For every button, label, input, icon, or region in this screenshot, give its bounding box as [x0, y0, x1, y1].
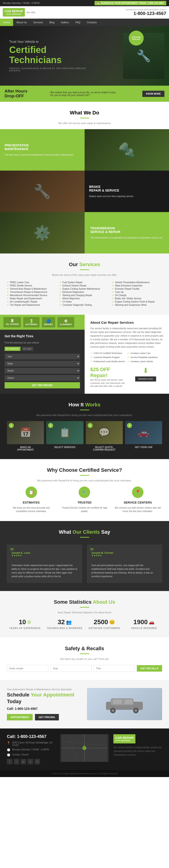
how-it-works-section: How It Works We partnered with RepairPal…	[0, 394, 169, 459]
facebook-btn[interactable]: f	[7, 759, 12, 765]
hero-title: CertifiedTechnicians	[9, 45, 90, 65]
clock-icon2: 🕐	[7, 753, 10, 756]
why-estimates: 📋 ESTIMATES We bring you the most accura…	[7, 487, 56, 513]
step3-label: SELECT QUOTE,CONFIRM REQUEST	[86, 446, 123, 451]
know-more-btn[interactable]: KNOW MORE	[142, 91, 164, 97]
google-btn[interactable]: g+	[21, 759, 26, 765]
stat-veh-wrap: 1900 🚗	[126, 618, 162, 626]
about-panel: About Car Repair Services Our service fa…	[84, 315, 169, 394]
stats-heading-wrap: Some Statistics About Us	[7, 599, 162, 605]
recalls-btn[interactable]: GET RECALLS	[137, 665, 162, 672]
linkedin-btn[interactable]: in	[34, 759, 40, 765]
nav-blog[interactable]: Blog	[46, 19, 58, 26]
tire-pricing-btn[interactable]: GET TIRE PRICING	[5, 382, 80, 389]
clients-what: What	[59, 529, 73, 535]
footer-logo: CAR REPAIR AUTO SERVICES	[113, 734, 135, 743]
tab-by-size[interactable]: BY SIZE	[22, 347, 33, 351]
pricing-btn[interactable]: GET PRICING	[35, 714, 59, 720]
model-select[interactable]: Model	[5, 368, 80, 374]
pinterest-btn[interactable]: p	[28, 759, 33, 765]
footer-hours1: 🕐 Monday-Saturday 7:00AM - 6:00PM	[7, 748, 56, 751]
nav-faq[interactable]: FAQ	[72, 19, 84, 26]
footer-phone[interactable]: Call: 1-800-123-4567	[7, 734, 56, 739]
estimates-icon: 📋	[26, 487, 37, 498]
redeem-btn[interactable]: REDEEM NOW	[135, 376, 156, 381]
tires-title: Get the Right Tires	[5, 334, 80, 338]
sidebar-alignment[interactable]: ⚙ ALIGNMENT	[58, 317, 74, 328]
schedule-phone-num: 1-800-123-4567	[15, 707, 38, 711]
nav-gallery[interactable]: Gallery	[58, 19, 72, 26]
stars-2: ★★★★★	[92, 554, 158, 557]
step1-label: MAKE ANAPPOINTMENT	[7, 446, 44, 451]
stat-years-wrap: 10 ⚙	[7, 618, 43, 626]
about-title: About Car Repair Services	[90, 320, 164, 324]
clients-divider	[80, 537, 89, 537]
sidebar-oil[interactable]: 🛢 OIL CHANGE	[3, 317, 21, 328]
model-input[interactable]	[7, 665, 48, 672]
check-icon: ✓	[59, 287, 61, 290]
service-brake: BRAKEREPAIR & SERVICE Brakes wear out ov…	[84, 170, 169, 212]
about-text: Our service facility is independently ow…	[90, 327, 164, 349]
why-service-centers: 📍 SERVICE CENTERS We connect you with se…	[113, 487, 162, 513]
feature-item: ✓ Courtesy Loaner Vehicle	[127, 360, 163, 363]
services-col1: ✓FREE Loaner Cars ✓FREE Shuttle Service …	[7, 281, 57, 307]
sidebar-batteries[interactable]: 🔋 BATTERIES	[23, 317, 39, 328]
alignment-icon: ⚙	[60, 319, 72, 323]
safety-section: Safety & Recalls Are there any recalls o…	[0, 638, 169, 680]
how-title: How It	[69, 402, 85, 407]
sidebar-brakes[interactable]: 🔵 BRAKES	[42, 317, 55, 328]
copyright-text: © 2017 Car Repair Website By RocketTheme…	[52, 772, 117, 775]
feature-item: ✓ 24-Hour Roadside Assistance	[127, 356, 163, 359]
nav-home[interactable]: Home	[0, 19, 13, 26]
nav-contacts[interactable]: Contacts	[84, 19, 100, 26]
feature-item: ✓ 2,500 A/S Certified Technicians	[90, 351, 127, 355]
tires-header: 🛢 OIL CHANGE 🔋 BATTERIES 🔵 BRAKES ⚙ ALIG…	[0, 315, 84, 330]
appointment-btn[interactable]: APPOINTMENT	[7, 714, 33, 720]
service-centers-title: SERVICE CENTERS	[113, 501, 162, 504]
appointment-top-btn[interactable]: ⏰ SCHEDULE YOUR APPOINTMENT TODAY 1-800-…	[95, 1, 166, 5]
about-features: ✓ 2,500 A/S Certified Technicians ✓ Cour…	[90, 351, 164, 363]
checkmark-icon: ✓	[90, 356, 93, 359]
option-select[interactable]: Option	[5, 375, 80, 381]
footer-bottom: © 2017 Car Repair Website By RocketTheme…	[0, 770, 169, 777]
quote-mark-2: "	[90, 547, 94, 556]
tab-by-vehicle[interactable]: BY VEHICLE	[5, 347, 21, 351]
author-2: Joseph M. Fischer	[92, 551, 158, 554]
list-item: ✓CV Axles	[59, 300, 109, 304]
feature-item: ✓ Professional Local Shuttle Service	[90, 360, 127, 363]
our-services-title: Our	[69, 261, 79, 267]
footer-contact: Call: 1-800-123-4567 📍 2845 Calum Hill R…	[7, 734, 56, 765]
what-we-do-section: What We Do We offer full service auto re…	[0, 102, 169, 125]
location-icon: 📍	[7, 741, 10, 745]
check-icon: ✓	[112, 287, 114, 290]
check-icon: ✓	[7, 304, 9, 307]
year-select[interactable]: Year	[5, 354, 80, 360]
year-input[interactable]	[50, 665, 92, 672]
check-icon: ✓	[7, 287, 9, 290]
svg-rect-7	[124, 700, 132, 704]
schedule-today: Today	[7, 699, 82, 705]
download-icon: ⬇	[143, 367, 148, 375]
footer-about-text: Our service facility is independently ow…	[113, 746, 162, 757]
footer-grid: Call: 1-800-123-4567 📍 2845 Calum Hill R…	[7, 734, 162, 765]
list-item: ✓General Auto Repair & Maintenance	[7, 287, 57, 290]
trusted-title: TRUSTED	[60, 501, 109, 504]
stat-customers: 2500 😊 SATISFIED CUSTOMERS	[86, 618, 123, 629]
hours2-text: Sunday: Closed	[12, 753, 29, 756]
nav-about[interactable]: About Us	[13, 19, 30, 26]
step4-label: GET YOUR CAR	[125, 446, 162, 448]
testimonial-text-1: Yesterday's brake replacement went great…	[11, 561, 78, 578]
footer-logo-line1: CAR REPAIR	[115, 736, 134, 740]
stat-veh-num: 1900	[133, 618, 147, 626]
make-select[interactable]: Make	[5, 361, 80, 367]
trim-input[interactable]	[94, 665, 135, 672]
service-centers-text: We connect you with service centers who …	[113, 506, 162, 513]
list-item: ✓State Emissions Inspection	[112, 284, 162, 287]
engine-icon: 🔩	[118, 142, 135, 158]
transmission-section: ⚙️ TRANSMISSIONSERVICE & REPAIR The tran…	[0, 212, 169, 253]
twitter-btn[interactable]: t	[14, 759, 19, 765]
hero-section: Trust Your Vehicle to CertifiedTechnicia…	[0, 26, 169, 86]
list-item: ✓Engine Cooling System Maintenance	[59, 287, 109, 290]
nav-services[interactable]: Services	[30, 19, 46, 26]
people-stat-icon: 👥	[66, 619, 72, 625]
